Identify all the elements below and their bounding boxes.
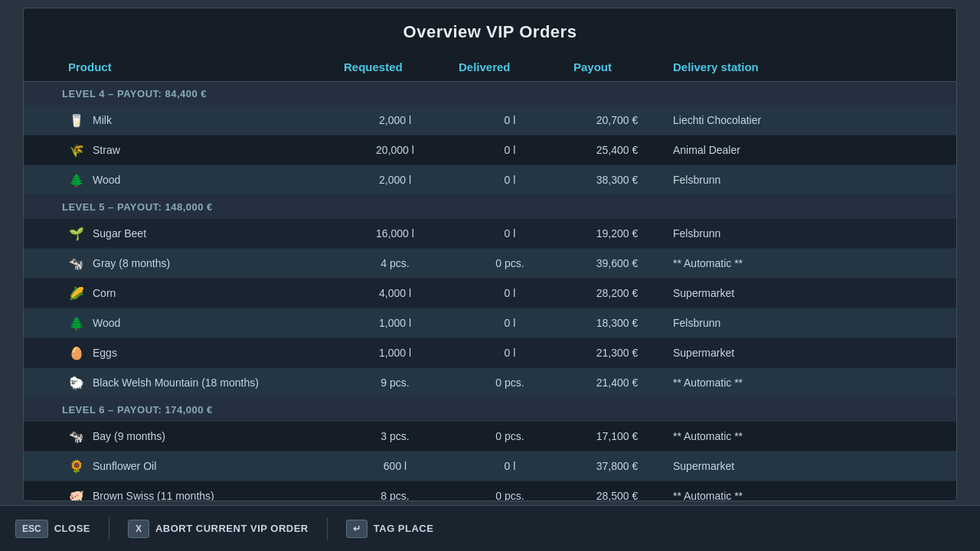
cell-delivered: 0 l <box>452 138 567 162</box>
product-name: Wood <box>93 317 120 329</box>
separator-1 <box>109 517 109 540</box>
cell-station: Supermarket <box>667 281 944 305</box>
cell-payout: 20,700 € <box>567 108 667 132</box>
page-title: Overview VIP Orders <box>24 8 956 53</box>
cell-requested: 4 pcs. <box>338 251 452 276</box>
cell-requested: 2,000 l <box>338 168 452 192</box>
product-icon: 🌲 <box>68 315 85 331</box>
enter-key: ↵ <box>346 520 368 538</box>
cell-payout: 17,100 € <box>567 424 667 448</box>
table-row: 🌾 Straw 20,000 l 0 l 25,400 € Animal Dea… <box>24 135 956 165</box>
table-row: 🐖 Brown Swiss (11 months) 8 pcs. 0 pcs. … <box>24 481 956 500</box>
cell-requested: 2,000 l <box>338 108 452 132</box>
cell-requested: 1,000 l <box>338 311 452 335</box>
cell-payout: 21,300 € <box>567 341 667 365</box>
cell-requested: 20,000 l <box>338 138 452 162</box>
col-payout: Payout <box>567 53 667 81</box>
cell-station: ** Automatic ** <box>667 251 944 276</box>
cell-payout: 19,200 € <box>567 221 667 246</box>
cell-delivered: 0 pcs. <box>452 424 567 448</box>
cell-requested: 3 pcs. <box>338 424 452 448</box>
product-icon: 🌻 <box>68 458 85 474</box>
cell-station: ** Automatic ** <box>667 370 944 395</box>
cell-delivered: 0 l <box>452 168 567 192</box>
product-icon: 🐑 <box>68 374 85 391</box>
product-icon: 🐖 <box>68 487 85 500</box>
product-name: Milk <box>93 114 112 126</box>
product-name: Corn <box>93 287 116 299</box>
bottom-bar: ESC CLOSE X ABORT CURRENT VIP ORDER ↵ TA… <box>0 505 980 551</box>
cell-product: 🥚 Eggs <box>62 338 338 367</box>
table-header: Product Requested Delivered Payout Deliv… <box>24 53 956 82</box>
cell-payout: 25,400 € <box>567 138 667 162</box>
cell-requested: 16,000 l <box>338 221 452 246</box>
cell-delivered: 0 l <box>452 108 567 132</box>
cell-delivered: 0 l <box>452 281 567 305</box>
main-panel: Overview VIP Orders Product Requested De… <box>23 8 957 501</box>
cell-station: ** Automatic ** <box>667 484 944 500</box>
cell-payout: 28,500 € <box>567 484 667 500</box>
cell-requested: 8 pcs. <box>338 484 452 500</box>
table-body[interactable]: LEVEL 4 – PAYOUT: 84,400 € 🥛 Milk 2,000 … <box>24 82 956 500</box>
cell-product: 🌽 Corn <box>62 279 338 308</box>
cell-payout: 38,300 € <box>567 168 667 192</box>
table-row: 🐄 Bay (9 months) 3 pcs. 0 pcs. 17,100 € … <box>24 422 956 452</box>
cell-payout: 37,800 € <box>567 454 667 478</box>
col-station: Delivery station <box>667 53 944 81</box>
level-header-1: LEVEL 5 – PAYOUT: 148,000 € <box>24 195 956 219</box>
cell-requested: 1,000 l <box>338 341 452 365</box>
cell-product: 🐖 Brown Swiss (11 months) <box>62 481 338 500</box>
cell-station: Liechti Chocolatier <box>667 108 944 132</box>
table-row: 🥛 Milk 2,000 l 0 l 20,700 € Liechti Choc… <box>24 106 956 135</box>
cell-product: 🌲 Wood <box>62 308 338 337</box>
abort-label: ABORT CURRENT VIP ORDER <box>155 523 309 534</box>
cell-delivered: 0 l <box>452 341 567 365</box>
table-row: 🐄 Gray (8 months) 4 pcs. 0 pcs. 39,600 €… <box>24 249 956 279</box>
cell-station: Felsbrunn <box>667 221 944 246</box>
product-icon: 🐄 <box>68 255 85 272</box>
cell-delivered: 0 l <box>452 454 567 478</box>
cell-station: Felsbrunn <box>667 168 944 192</box>
cell-station: Animal Dealer <box>667 138 944 162</box>
cell-requested: 9 pcs. <box>338 370 452 395</box>
cell-payout: 21,400 € <box>567 370 667 395</box>
close-button[interactable]: ESC CLOSE <box>15 520 90 538</box>
col-requested: Requested <box>338 53 452 81</box>
table-row: 🌽 Corn 4,000 l 0 l 28,200 € Supermarket <box>24 279 956 308</box>
cell-requested: 4,000 l <box>338 281 452 305</box>
product-icon: 🥛 <box>68 112 85 129</box>
cell-station: Supermarket <box>667 341 944 365</box>
cell-delivered: 0 l <box>452 221 567 246</box>
cell-product: 🐄 Bay (9 months) <box>62 422 338 451</box>
cell-payout: 18,300 € <box>567 311 667 335</box>
cell-station: ** Automatic ** <box>667 424 944 448</box>
tag-place-label: TAG PLACE <box>374 523 434 534</box>
col-product: Product <box>62 53 338 81</box>
table-row: 🌻 Sunflower Oil 600 l 0 l 37,800 € Super… <box>24 452 956 481</box>
cell-station: Supermarket <box>667 454 944 478</box>
cell-payout: 39,600 € <box>567 251 667 276</box>
product-icon: 🐄 <box>68 428 85 445</box>
table-row: 🌲 Wood 2,000 l 0 l 38,300 € Felsbrunn <box>24 165 956 195</box>
cell-product: 🌱 Sugar Beet <box>62 219 338 248</box>
product-icon: 🥚 <box>68 344 85 361</box>
level-header-0: LEVEL 4 – PAYOUT: 84,400 € <box>24 82 956 106</box>
tag-place-button[interactable]: ↵ TAG PLACE <box>346 520 434 538</box>
cell-delivered: 0 pcs. <box>452 251 567 276</box>
cell-product: 🐑 Black Welsh Mountain (18 months) <box>62 368 338 397</box>
table-row: 🌱 Sugar Beet 16,000 l 0 l 19,200 € Felsb… <box>24 219 956 249</box>
cell-product: 🐄 Gray (8 months) <box>62 249 338 278</box>
product-name: Eggs <box>93 347 117 359</box>
product-name: Wood <box>93 174 120 186</box>
cell-requested: 600 l <box>338 454 452 478</box>
product-icon: 🌾 <box>68 142 85 158</box>
table-row: 🥚 Eggs 1,000 l 0 l 21,300 € Supermarket <box>24 338 956 368</box>
cell-product: 🌲 Wood <box>62 165 338 194</box>
product-name: Sunflower Oil <box>93 460 156 472</box>
product-icon: 🌲 <box>68 171 85 188</box>
cell-station: Felsbrunn <box>667 311 944 335</box>
product-icon: 🌱 <box>68 225 85 242</box>
table-row: 🐑 Black Welsh Mountain (18 months) 9 pcs… <box>24 368 956 398</box>
abort-button[interactable]: X ABORT CURRENT VIP ORDER <box>128 520 309 538</box>
product-name: Black Welsh Mountain (18 months) <box>93 377 259 389</box>
